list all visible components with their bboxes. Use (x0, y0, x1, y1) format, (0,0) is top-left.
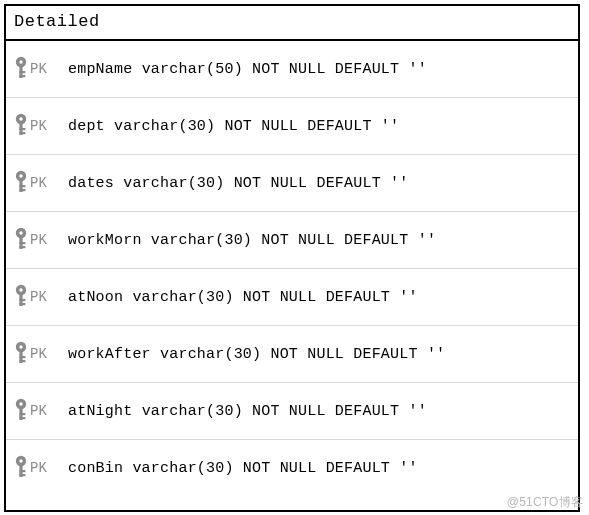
svg-rect-13 (19, 185, 25, 187)
svg-point-1 (19, 60, 22, 63)
primary-key-icon (12, 283, 30, 311)
svg-rect-3 (19, 71, 25, 73)
column-row: PK workAfter varchar(30) NOT NULL DEFAUL… (6, 326, 578, 383)
svg-rect-33 (19, 413, 25, 415)
pk-label: PK (30, 175, 58, 191)
svg-point-11 (19, 174, 22, 177)
column-definition: workMorn varchar(30) NOT NULL DEFAULT '' (68, 232, 436, 249)
column-definition: workAfter varchar(30) NOT NULL DEFAULT '… (68, 346, 445, 363)
column-row: PK atNight varchar(30) NOT NULL DEFAULT … (6, 383, 578, 440)
svg-rect-23 (19, 299, 25, 301)
svg-rect-38 (19, 470, 25, 472)
column-definition: conBin varchar(30) NOT NULL DEFAULT '' (68, 460, 418, 477)
primary-key-icon (12, 112, 30, 140)
primary-key-icon (12, 226, 30, 254)
svg-rect-18 (19, 242, 25, 244)
table-frame: Detailed PK empName varchar(50) NOT NULL… (4, 4, 580, 512)
column-definition: atNoon varchar(30) NOT NULL DEFAULT '' (68, 289, 418, 306)
pk-label: PK (30, 61, 58, 77)
column-row: PK workMorn varchar(30) NOT NULL DEFAULT… (6, 212, 578, 269)
pk-label: PK (30, 460, 58, 476)
column-row: PK dates varchar(30) NOT NULL DEFAULT '' (6, 155, 578, 212)
primary-key-icon (12, 55, 30, 83)
primary-key-icon (12, 454, 30, 482)
svg-rect-24 (19, 303, 25, 305)
svg-rect-29 (19, 360, 25, 362)
svg-rect-9 (19, 132, 25, 134)
column-definition: dept varchar(30) NOT NULL DEFAULT '' (68, 118, 399, 135)
svg-point-26 (19, 345, 22, 348)
primary-key-icon (12, 397, 30, 425)
table-title: Detailed (6, 6, 578, 41)
column-row: PK atNoon varchar(30) NOT NULL DEFAULT '… (6, 269, 578, 326)
svg-rect-8 (19, 128, 25, 130)
svg-point-36 (19, 459, 22, 462)
svg-rect-4 (19, 75, 25, 77)
column-row: PK conBin varchar(30) NOT NULL DEFAULT '… (6, 440, 578, 496)
column-definition: dates varchar(30) NOT NULL DEFAULT '' (68, 175, 408, 192)
svg-rect-19 (19, 246, 25, 248)
svg-rect-28 (19, 356, 25, 358)
watermark: @51CTO博客 (507, 494, 583, 511)
pk-label: PK (30, 403, 58, 419)
pk-label: PK (30, 346, 58, 362)
column-row: PK empName varchar(50) NOT NULL DEFAULT … (6, 41, 578, 98)
column-definition: empName varchar(50) NOT NULL DEFAULT '' (68, 61, 427, 78)
svg-point-31 (19, 402, 22, 405)
svg-rect-14 (19, 189, 25, 191)
svg-point-6 (19, 117, 22, 120)
svg-rect-34 (19, 417, 25, 419)
svg-point-16 (19, 231, 22, 234)
columns-list: PK empName varchar(50) NOT NULL DEFAULT … (6, 41, 578, 496)
pk-label: PK (30, 232, 58, 248)
pk-label: PK (30, 118, 58, 134)
pk-label: PK (30, 289, 58, 305)
svg-point-21 (19, 288, 22, 291)
column-row: PK dept varchar(30) NOT NULL DEFAULT '' (6, 98, 578, 155)
primary-key-icon (12, 340, 30, 368)
column-definition: atNight varchar(30) NOT NULL DEFAULT '' (68, 403, 427, 420)
svg-rect-39 (19, 474, 25, 476)
primary-key-icon (12, 169, 30, 197)
